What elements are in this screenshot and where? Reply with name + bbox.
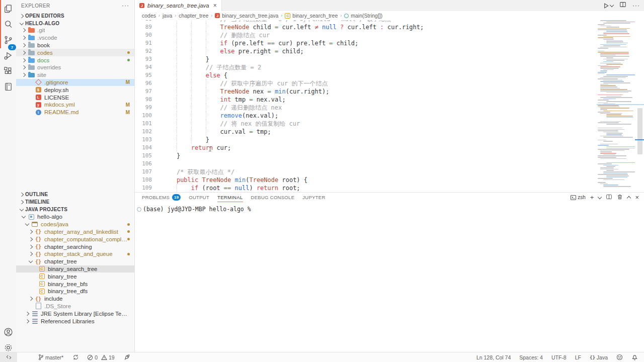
run-java-button[interactable]	[602, 2, 613, 10]
java-item-binary_tree[interactable]: Cbinary_tree	[16, 273, 134, 280]
code-line-107[interactable]: 107 /* 获取最小结点 */	[135, 168, 597, 176]
code-line-108[interactable]: 108 public TreeNode min(TreeNode root) {	[135, 176, 597, 184]
java-item-chapter_tree[interactable]: {}chapter_tree	[16, 258, 134, 265]
more-actions-icon[interactable]: ···	[632, 2, 640, 9]
cursor-position-status[interactable]: Ln 128, Col 74	[475, 352, 512, 362]
explorer-item-.git[interactable]: .git	[16, 27, 134, 34]
panel-tab-label: OUTPUT	[189, 195, 209, 200]
java-server-rocket-icon[interactable]	[123, 352, 131, 362]
split-terminal-icon[interactable]	[606, 193, 612, 202]
explorer-item-site[interactable]: site	[16, 71, 134, 79]
explorer-item-README.md[interactable]: iREADME.mdM	[16, 109, 134, 116]
code-line-109[interactable]: 109 if (root == null) return root;	[135, 184, 597, 192]
overview-ruler[interactable]	[635, 20, 644, 192]
code-line-98[interactable]: 98 int tmp = nex.val;	[135, 96, 597, 104]
explorer-item-.gitignore[interactable]: .gitignoreM	[16, 79, 134, 86]
code-line-92[interactable]: 92 else pre.right = child;	[135, 47, 597, 55]
breadcrumb-item[interactable]: Jbinary_search_tree.java	[215, 13, 278, 19]
feedback-icon[interactable]	[615, 352, 624, 362]
indentation-status[interactable]: Spaces: 4	[518, 352, 544, 362]
code-line-96[interactable]: 96 // 获取中序遍历中 cur 的下一个结点	[135, 79, 597, 87]
java-item-binary_search_tree[interactable]: Cbinary_search_tree	[16, 265, 134, 273]
panel-tab-terminal[interactable]: TERMINAL	[217, 193, 243, 202]
extensions-icon[interactable]	[0, 63, 16, 78]
breadcrumb-item[interactable]: java	[163, 13, 172, 19]
code-line-90[interactable]: 90 // 删除结点 cur	[135, 31, 597, 39]
code-line-105[interactable]: 105 }	[135, 152, 597, 160]
run-debug-icon[interactable]	[0, 48, 16, 63]
java-item-binary_tree_dfs[interactable]: Cbinary_tree_dfs	[16, 288, 134, 295]
code-line-99[interactable]: 99 // 递归删除结点 nex	[135, 104, 597, 112]
code-line-101[interactable]: 101 // 将 nex 的值复制给 cur	[135, 120, 597, 128]
java-item-chapter_array_and_linkedlist[interactable]: {}chapter_array_and_linkedlist	[16, 228, 134, 236]
code-viewport[interactable]: 88 // 当子结点数量 = 0 / 1 时，child = null / 该子…	[135, 20, 597, 192]
code-line-94[interactable]: 94 // 子结点数量 = 2	[135, 63, 597, 71]
code-line-93[interactable]: 93 }	[135, 55, 597, 63]
search-icon[interactable]	[0, 17, 16, 32]
breadcrumb-item[interactable]: Cbinary_search_tree	[285, 13, 338, 19]
explorer-item-book[interactable]: book	[16, 42, 134, 49]
minimap[interactable]	[597, 20, 635, 192]
account-icon[interactable]	[0, 324, 16, 339]
code-line-95[interactable]: 95 else {	[135, 71, 597, 79]
breadcrumb-item[interactable]: chapter_tree	[179, 13, 208, 19]
explorer-item-.vscode[interactable]: .vscode	[16, 34, 134, 42]
explorer-item-deploy.sh[interactable]: $deploy.sh	[16, 86, 134, 94]
java-item-Referenced-Libraries[interactable]: Referenced Libraries	[16, 317, 134, 325]
section-java-projects[interactable]: JAVA PROJECTS	[16, 206, 134, 213]
tab-binary-search-tree[interactable]: J binary_search_tree.java ×	[135, 0, 222, 11]
java-item-include[interactable]: {}include	[16, 295, 134, 303]
explorer-item-docs[interactable]: docs	[16, 56, 134, 64]
breadcrumb-item[interactable]: main(String[])	[344, 13, 382, 19]
eol-status[interactable]: LF	[574, 352, 582, 362]
java-item-.DS_Store[interactable]: .DS_Store	[16, 303, 134, 310]
kill-terminal-icon[interactable]	[617, 193, 623, 202]
section-timeline[interactable]: TIMELINE	[16, 198, 134, 206]
close-panel-icon[interactable]: ×	[635, 194, 639, 201]
explorer-item-codes[interactable]: codes	[16, 49, 134, 56]
maximize-panel-icon[interactable]	[627, 196, 631, 200]
java-item-chapter_stack_and_queue[interactable]: {}chapter_stack_and_queue	[16, 250, 134, 258]
code-line-102[interactable]: 102 cur.val = tmp;	[135, 128, 597, 136]
code-line-106[interactable]: 106	[135, 160, 597, 168]
terminal-shell-icon[interactable]: zsh	[570, 195, 586, 201]
panel-tab-problems[interactable]: PROBLEMS19	[142, 193, 181, 202]
code-line-97[interactable]: 97 TreeNode nex = min(cur.right);	[135, 87, 597, 96]
java-item-chapter_computational_complexity[interactable]: {}chapter_computational_complexity	[16, 235, 134, 243]
explorer-item-overrides[interactable]: overrides	[16, 64, 134, 71]
terminal-prompt[interactable]: (base) jyd@JYD-MBP hello-algo %	[143, 206, 251, 213]
code-line-104[interactable]: 104 return cur;	[135, 144, 597, 152]
panel-tab-debug-console[interactable]: DEBUG CONSOLE	[251, 193, 295, 202]
more-actions-icon[interactable]: ···	[122, 2, 129, 9]
explorer-item-LICENSE[interactable]: LLICENSE	[16, 94, 134, 101]
files-icon[interactable]	[0, 1, 16, 16]
java-item-hello-algo[interactable]: hello-algo	[16, 213, 134, 221]
split-editor-icon[interactable]	[619, 1, 626, 10]
code-line-89[interactable]: 89 TreeNode child = cur.left ≠ null ? cu…	[135, 23, 597, 31]
sync-icon[interactable]	[71, 352, 80, 362]
panel-tab-output[interactable]: OUTPUT	[189, 193, 209, 202]
notebook-icon[interactable]	[0, 79, 16, 94]
tab-close-icon[interactable]: ×	[213, 2, 217, 9]
problems-status[interactable]: 0 19	[86, 352, 116, 362]
java-item-JRE-System-Library--Eclipse-Temurin-17--17...[interactable]: JRE System Library [Eclipse Temurin 17 […	[16, 310, 134, 317]
language-mode-status[interactable]: {} Java	[589, 352, 609, 362]
panel-tab-jupyter[interactable]: JUPYTER	[302, 193, 325, 202]
java-item-binary_tree_bfs[interactable]: Cbinary_tree_bfs	[16, 280, 134, 288]
new-terminal-icon[interactable]: +	[590, 194, 594, 201]
code-line-103[interactable]: 103 }	[135, 136, 597, 144]
section-outline[interactable]: OUTLINE	[16, 191, 134, 198]
java-item-chapter_searching[interactable]: {}chapter_searching	[16, 243, 134, 250]
terminal-dropdown-icon[interactable]	[598, 195, 602, 199]
code-line-91[interactable]: 91 if (pre.left == cur) pre.left = child…	[135, 39, 597, 47]
section-root-folder[interactable]: HELLO-ALGO	[16, 20, 134, 27]
notifications-bell-icon[interactable]	[630, 352, 639, 362]
encoding-status[interactable]: UTF-8	[550, 352, 568, 362]
explorer-item-mkdocs.yml[interactable]: ymkdocs.ymlM	[16, 101, 134, 109]
java-item-codes-java[interactable]: codes/java	[16, 221, 134, 228]
section-open-editors[interactable]: OPEN EDITORS	[16, 12, 134, 20]
git-branch-status[interactable]: master*	[37, 352, 64, 362]
remote-indicator-icon[interactable]	[0, 352, 17, 362]
code-line-100[interactable]: 100 remove(nex.val);	[135, 112, 597, 120]
breadcrumb-item[interactable]: codes	[142, 13, 156, 19]
